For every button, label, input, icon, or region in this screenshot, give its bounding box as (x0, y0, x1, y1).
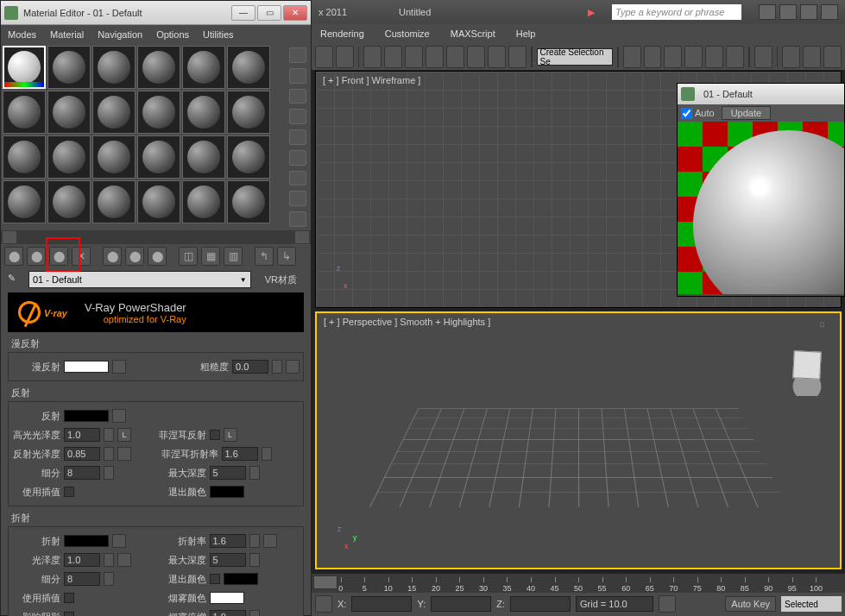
lock-selection-icon[interactable] (659, 595, 676, 613)
assign-to-selection-icon[interactable]: ⬤ (49, 247, 68, 266)
refr-maxdepth-spinner[interactable]: 5 (210, 553, 246, 567)
video-check-icon[interactable] (289, 129, 306, 145)
render-frame-icon[interactable] (803, 46, 821, 68)
material-slot[interactable] (3, 180, 46, 223)
auto-checkbox-label[interactable]: Auto (681, 108, 715, 119)
material-map-navigator-icon[interactable] (289, 211, 306, 227)
refr-exit-swatch[interactable] (224, 573, 258, 585)
affect-shadows-checkbox[interactable] (64, 612, 74, 616)
material-slot[interactable] (92, 91, 136, 134)
spinner-buttons-icon[interactable] (249, 553, 260, 567)
spinner-buttons-icon[interactable] (104, 553, 114, 567)
update-button[interactable]: Update (722, 106, 771, 120)
search-input[interactable]: Type a keyword or phrase (612, 4, 741, 20)
scroll-right-icon[interactable] (295, 231, 309, 243)
show-map-icon[interactable]: ▦ (201, 247, 220, 266)
maximize-button[interactable]: ▭ (257, 5, 281, 21)
material-name-dropdown[interactable]: 01 - Default ▼ (28, 271, 251, 288)
lock-icon[interactable] (315, 595, 332, 613)
spinner-buttons-icon[interactable] (104, 428, 114, 442)
reset-map-icon[interactable]: ✕ (72, 247, 91, 266)
go-to-parent-icon[interactable]: ↰ (255, 247, 274, 266)
refl-gloss-spinner[interactable]: 0.85 (64, 447, 100, 461)
material-slot[interactable] (3, 91, 46, 134)
menu-rendering[interactable]: Rendering (320, 28, 364, 39)
x-coord-input[interactable] (351, 596, 412, 612)
autokey-button[interactable]: Auto Key (725, 596, 776, 612)
angle-snap-icon[interactable] (488, 46, 506, 68)
y-coord-input[interactable] (431, 596, 491, 612)
key-filter-dropdown[interactable]: Selected (781, 596, 842, 612)
menu-maxscript[interactable]: MAXScript (451, 28, 495, 39)
material-slot[interactable] (3, 46, 46, 89)
help-icon[interactable] (779, 4, 797, 20)
menu-help[interactable]: Help (516, 28, 536, 39)
make-preview-icon[interactable] (289, 150, 306, 166)
use-interp-checkbox[interactable] (64, 487, 74, 497)
select-rotate-icon[interactable] (426, 46, 444, 68)
material-slot[interactable] (137, 135, 180, 179)
sample-uv-icon[interactable] (289, 109, 306, 124)
auto-checkbox[interactable] (681, 108, 692, 119)
percent-snap-icon[interactable] (508, 46, 527, 68)
menu-customize[interactable]: Customize (385, 28, 430, 39)
material-slot[interactable] (227, 135, 270, 179)
spinner-buttons-icon[interactable] (249, 610, 260, 616)
material-slot[interactable] (47, 180, 91, 223)
refr-subdiv-spinner[interactable]: 8 (64, 572, 100, 586)
reflect-color-swatch[interactable] (64, 410, 109, 422)
menu-options[interactable]: Options (156, 29, 189, 40)
options-icon[interactable] (289, 171, 306, 186)
slot-scrollbar[interactable] (1, 230, 311, 244)
link-icon[interactable] (315, 46, 333, 68)
timeline[interactable]: 0510152025303540455055606570758085909510… (312, 574, 845, 593)
go-forward-icon[interactable]: ↳ (277, 247, 296, 266)
material-type-button[interactable]: VR材质 (258, 273, 304, 286)
refract-swatch[interactable] (64, 535, 109, 547)
material-slot[interactable] (137, 46, 180, 89)
pick-material-icon[interactable]: ✎ (8, 273, 22, 286)
hilight-gloss-spinner[interactable]: 1.0 (64, 428, 100, 442)
put-to-library-icon[interactable]: ⬤ (148, 247, 167, 266)
make-unique-icon[interactable]: ⬤ (125, 247, 144, 266)
backlight-icon[interactable] (289, 68, 306, 84)
spinner-buttons-icon[interactable] (104, 572, 114, 586)
refr-gloss-spinner[interactable]: 1.0 (64, 553, 100, 567)
material-slot[interactable] (182, 46, 225, 89)
fog-color-swatch[interactable] (210, 592, 244, 604)
background-icon[interactable] (289, 89, 306, 104)
home-icon[interactable]: ⌂ (819, 318, 833, 332)
select-move-icon[interactable] (405, 46, 423, 68)
roughness-map-button[interactable] (286, 360, 300, 374)
spinner-buttons-icon[interactable] (104, 466, 114, 480)
material-slot[interactable] (47, 135, 91, 179)
spinner-buttons-icon[interactable] (104, 447, 114, 461)
refl-subdiv-spinner[interactable]: 8 (64, 466, 100, 480)
viewport-front-label[interactable]: [ + ] Front ] Wireframe ] (323, 75, 420, 85)
mat-editor-titlebar[interactable]: Material Editor - 01 - Default — ▭ ✕ (1, 1, 311, 25)
material-slot[interactable] (227, 46, 270, 89)
ior-map-button[interactable] (263, 534, 277, 548)
refr-interp-checkbox[interactable] (64, 593, 74, 603)
fog-mult-spinner[interactable]: 1.0 (210, 610, 246, 616)
select-scale-icon[interactable] (446, 46, 464, 68)
material-slot[interactable] (227, 180, 270, 223)
fresnel-lock-button[interactable]: L (224, 428, 237, 442)
diffuse-color-swatch[interactable] (64, 361, 109, 373)
snap-icon[interactable] (467, 46, 485, 68)
star-icon[interactable] (800, 4, 817, 20)
selection-set-dropdown[interactable]: Create Selection Se (537, 48, 613, 66)
binoculars-icon[interactable] (759, 4, 776, 20)
refl-exit-swatch[interactable] (210, 486, 244, 498)
select-by-material-icon[interactable] (289, 191, 306, 206)
material-slot[interactable] (92, 135, 136, 179)
spinner-buttons-icon[interactable] (249, 534, 260, 548)
material-slot[interactable] (137, 91, 180, 134)
get-material-icon[interactable]: ⬤ (4, 247, 23, 266)
refr-exit-checkbox[interactable] (210, 574, 220, 584)
preview-titlebar[interactable]: 01 - Default (678, 84, 844, 104)
material-slot[interactable] (3, 135, 46, 179)
material-slot[interactable] (182, 135, 225, 179)
unlink-icon[interactable] (336, 46, 354, 68)
menu-material[interactable]: Material (50, 29, 84, 40)
